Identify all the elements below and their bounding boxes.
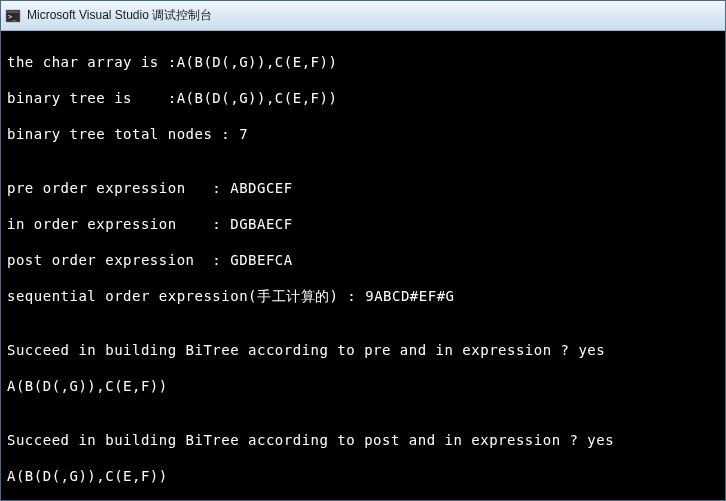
console-line: A(B(D(,G)),C(E,F)) <box>7 377 719 395</box>
console-line: binary tree is :A(B(D(,G)),C(E,F)) <box>7 89 719 107</box>
console-line: Succeed in building BiTree according to … <box>7 431 719 449</box>
console-line: post order expression : GDBEFCA <box>7 251 719 269</box>
console-window: >_ Microsoft Visual Studio 调试控制台 the cha… <box>0 0 726 501</box>
console-line: A(B(D(,G)),C(E,F)) <box>7 467 719 485</box>
console-output[interactable]: the char array is :A(B(D(,G)),C(E,F)) bi… <box>1 31 725 500</box>
svg-text:>_: >_ <box>8 13 17 21</box>
console-line: Succeed in building BiTree according to … <box>7 341 719 359</box>
console-line: in order expression : DGBAECF <box>7 215 719 233</box>
console-line: the char array is :A(B(D(,G)),C(E,F)) <box>7 53 719 71</box>
console-line: binary tree total nodes : 7 <box>7 125 719 143</box>
console-line: sequential order expression(手工计算的) : 9AB… <box>7 287 719 305</box>
window-title: Microsoft Visual Studio 调试控制台 <box>27 7 212 24</box>
console-line: pre order expression : ABDGCEF <box>7 179 719 197</box>
app-icon: >_ <box>5 8 21 24</box>
titlebar[interactable]: >_ Microsoft Visual Studio 调试控制台 <box>1 1 725 31</box>
